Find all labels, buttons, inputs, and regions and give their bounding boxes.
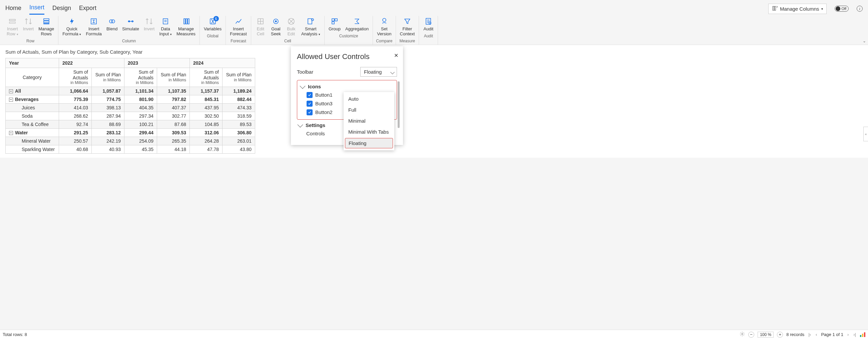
value-cell[interactable]: 306.80	[222, 128, 255, 137]
category-cell[interactable]: −Water	[6, 128, 59, 137]
value-cell[interactable]: 1,189.24	[222, 87, 255, 95]
tab-export[interactable]: Export	[79, 3, 96, 14]
value-cell[interactable]: 1,057.87	[92, 87, 124, 95]
value-cell[interactable]: 254.09	[124, 137, 157, 145]
dropdown-option-floating[interactable]: Floating	[345, 138, 393, 148]
value-cell[interactable]: 309.53	[157, 128, 190, 137]
value-cell[interactable]: 44.18	[157, 145, 190, 153]
aggregation-button[interactable]: Aggregation	[343, 16, 371, 32]
year-col-2022[interactable]: 2022	[59, 58, 124, 68]
table-row[interactable]: −All1,066.641,057.871,101.341,107.351,15…	[6, 87, 255, 95]
measure-header[interactable]: Sum ofActualsin Millions	[124, 68, 157, 87]
value-cell[interactable]: 407.37	[157, 103, 190, 112]
tab-insert[interactable]: Insert	[29, 3, 44, 15]
tab-home[interactable]: Home	[5, 3, 21, 14]
value-cell[interactable]: 89.53	[222, 120, 255, 128]
value-cell[interactable]: 801.90	[124, 95, 157, 103]
collapse-icon[interactable]: −	[9, 131, 13, 135]
category-cell[interactable]: −Beverages	[6, 95, 59, 103]
dropdown-option-auto[interactable]: Auto	[344, 93, 394, 104]
goal-seek-button[interactable]: GoalSeek	[269, 16, 283, 37]
value-cell[interactable]: 398.13	[92, 103, 124, 112]
table-row[interactable]: Sparkling Water40.6840.9345.3544.1847.78…	[6, 145, 255, 153]
scrollbar-thumb[interactable]	[398, 81, 400, 128]
set-version-button[interactable]: SetVersion	[375, 16, 393, 37]
table-row[interactable]: −Beverages775.39774.75801.90797.82845.31…	[6, 95, 255, 103]
collapse-icon[interactable]: −	[9, 89, 13, 93]
value-cell[interactable]: 268.62	[59, 112, 92, 120]
value-cell[interactable]: 404.35	[124, 103, 157, 112]
value-cell[interactable]: 297.34	[124, 112, 157, 120]
value-cell[interactable]: 882.44	[222, 95, 255, 103]
value-cell[interactable]: 302.50	[190, 112, 222, 120]
insert-formula-button[interactable]: InsertFormula	[84, 16, 104, 37]
value-cell[interactable]: 437.95	[190, 103, 222, 112]
category-header[interactable]: Category	[6, 68, 59, 87]
year-col-2023[interactable]: 2023	[124, 58, 190, 68]
value-cell[interactable]: 263.01	[222, 137, 255, 145]
group-button[interactable]: Group	[327, 16, 343, 32]
value-cell[interactable]: 299.44	[124, 128, 157, 137]
table-row[interactable]: Juices414.03398.13404.35407.37437.95474.…	[6, 103, 255, 112]
value-cell[interactable]: 414.03	[59, 103, 92, 112]
value-cell[interactable]: 40.93	[92, 145, 124, 153]
table-row[interactable]: −Water291.25283.12299.44309.53312.06306.…	[6, 128, 255, 137]
manage-measures-button[interactable]: ManageMeasures	[175, 16, 197, 37]
measure-header[interactable]: Sum of Planin Millions	[222, 68, 255, 87]
category-cell[interactable]: Juices	[6, 103, 59, 112]
value-cell[interactable]: 264.28	[190, 137, 222, 145]
value-cell[interactable]: 1,107.35	[157, 87, 190, 95]
measure-header[interactable]: Sum of Planin Millions	[92, 68, 124, 87]
value-cell[interactable]: 318.59	[222, 112, 255, 120]
audit-button[interactable]: Audit	[421, 16, 436, 32]
checkbox-icon[interactable]	[307, 101, 313, 107]
measure-header[interactable]: Sum ofActualsin Millions	[190, 68, 222, 87]
side-collapse-handle[interactable]: «	[863, 127, 868, 141]
category-cell[interactable]: Sparkling Water	[6, 145, 59, 153]
value-cell[interactable]: 291.25	[59, 128, 92, 137]
variables-button[interactable]: 6Variables	[202, 16, 223, 32]
simulate-button[interactable]: Simulate	[120, 16, 141, 37]
value-cell[interactable]: 797.82	[157, 95, 190, 103]
year-col-2024[interactable]: 2024	[190, 58, 255, 68]
value-cell[interactable]: 774.75	[92, 95, 124, 103]
smart-analysis-button[interactable]: SmartAnalysis ▾	[299, 16, 322, 37]
measure-header[interactable]: Sum ofActualsin Millions	[59, 68, 92, 87]
measure-header[interactable]: Sum of Planin Millions	[157, 68, 190, 87]
dropdown-option-minimal[interactable]: Minimal	[344, 115, 394, 126]
value-cell[interactable]: 302.77	[157, 112, 190, 120]
table-row[interactable]: Soda268.62287.94297.34302.77302.50318.59	[6, 112, 255, 120]
dropdown-option-full[interactable]: Full	[344, 104, 394, 115]
category-cell[interactable]: −All	[6, 87, 59, 95]
toolbar-select[interactable]: Floating	[360, 67, 397, 77]
manage-columns-button[interactable]: Manage Columns ▾	[768, 4, 827, 14]
value-cell[interactable]: 283.12	[92, 128, 124, 137]
value-cell[interactable]: 45.35	[124, 145, 157, 153]
blend-button[interactable]: Blend	[104, 16, 119, 37]
checkbox-icon[interactable]	[307, 92, 313, 98]
checkbox-icon[interactable]	[307, 109, 313, 115]
toggle-off[interactable]: Off	[835, 6, 849, 12]
value-cell[interactable]: 43.80	[222, 145, 255, 153]
year-header[interactable]: Year	[6, 58, 59, 68]
category-cell[interactable]: Tea & Coffee	[6, 120, 59, 128]
dropdown-option-minimal-with-tabs[interactable]: Minimal With Tabs	[344, 126, 394, 137]
filter-context-button[interactable]: FilterContext	[398, 16, 417, 37]
tree-icons[interactable]: Icons	[299, 82, 395, 91]
table-row[interactable]: Mineral Water250.57242.19254.09265.35264…	[6, 137, 255, 145]
category-cell[interactable]: Soda	[6, 112, 59, 120]
info-icon[interactable]: i	[857, 6, 863, 12]
value-cell[interactable]: 88.69	[92, 120, 124, 128]
data-input-button[interactable]: DataInput ▾	[157, 16, 174, 37]
value-cell[interactable]: 775.39	[59, 95, 92, 103]
value-cell[interactable]: 312.06	[190, 128, 222, 137]
table-row[interactable]: Tea & Coffee92.7488.69100.2187.68104.858…	[6, 120, 255, 128]
value-cell[interactable]: 474.33	[222, 103, 255, 112]
value-cell[interactable]: 265.35	[157, 137, 190, 145]
value-cell[interactable]: 1,101.34	[124, 87, 157, 95]
value-cell[interactable]: 40.68	[59, 145, 92, 153]
value-cell[interactable]: 92.74	[59, 120, 92, 128]
value-cell[interactable]: 1,066.64	[59, 87, 92, 95]
manage-rows-button[interactable]: ManageRows	[36, 16, 56, 37]
tab-design[interactable]: Design	[52, 3, 71, 14]
